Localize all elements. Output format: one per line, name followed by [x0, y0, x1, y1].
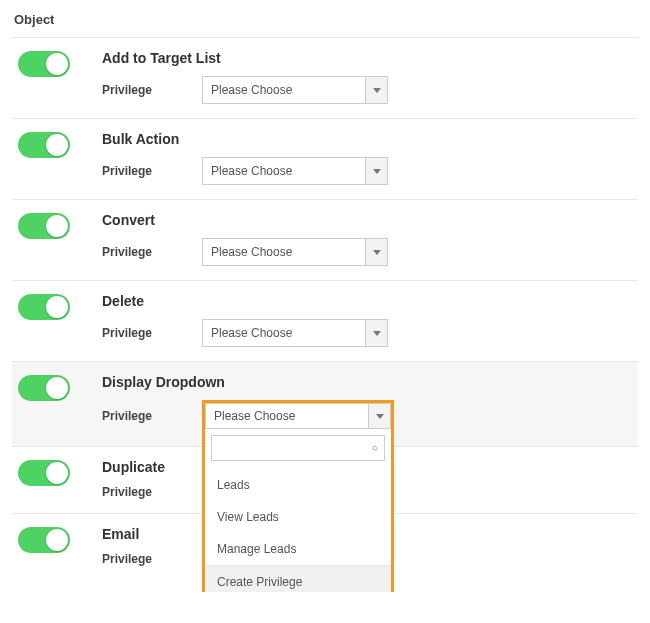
privilege-select[interactable]: Please Choose	[202, 319, 388, 347]
chevron-down-icon	[365, 158, 387, 184]
permission-title: Delete	[102, 293, 632, 309]
privilege-dropdown-panel: Leads View Leads Manage Leads Create Pri…	[202, 429, 394, 592]
permission-row-delete: Delete Privilege Please Choose	[12, 280, 638, 361]
permission-title: Add to Target List	[102, 50, 632, 66]
permission-title: Display Dropdown	[102, 374, 632, 390]
dropdown-option-view-leads[interactable]: View Leads	[205, 501, 391, 533]
privilege-label: Privilege	[102, 326, 202, 340]
dropdown-search-input[interactable]	[218, 436, 372, 460]
dropdown-option-leads[interactable]: Leads	[205, 469, 391, 501]
select-value: Please Choose	[203, 245, 365, 259]
privilege-select[interactable]: Please Choose	[202, 238, 388, 266]
select-value: Please Choose	[203, 83, 365, 97]
toggle-switch[interactable]	[18, 375, 70, 401]
dropdown-search[interactable]	[211, 435, 385, 461]
toggle-switch[interactable]	[18, 294, 70, 320]
toggle-switch[interactable]	[18, 213, 70, 239]
svg-line-1	[376, 449, 378, 451]
privilege-select[interactable]: Please Choose	[205, 403, 391, 429]
dropdown-create-privilege[interactable]: Create Privilege	[205, 565, 391, 592]
privilege-label: Privilege	[102, 552, 202, 566]
privilege-label: Privilege	[102, 245, 202, 259]
toggle-switch[interactable]	[18, 527, 70, 553]
permission-title: Bulk Action	[102, 131, 632, 147]
permission-row-bulk-action: Bulk Action Privilege Please Choose	[12, 118, 638, 199]
permission-row-add-to-target-list: Add to Target List Privilege Please Choo…	[12, 37, 638, 118]
privilege-select[interactable]: Please Choose	[202, 157, 388, 185]
permission-row-convert: Convert Privilege Please Choose	[12, 199, 638, 280]
section-header: Object	[12, 12, 638, 37]
privilege-label: Privilege	[102, 83, 202, 97]
svg-point-0	[373, 446, 377, 450]
select-value: Please Choose	[206, 409, 368, 423]
privilege-label: Privilege	[102, 409, 202, 423]
chevron-down-icon	[365, 320, 387, 346]
privilege-select-open-highlight: Please Choose Leads V	[202, 400, 394, 432]
select-value: Please Choose	[203, 164, 365, 178]
toggle-switch[interactable]	[18, 132, 70, 158]
toggle-switch[interactable]	[18, 51, 70, 77]
permission-title: Convert	[102, 212, 632, 228]
select-value: Please Choose	[203, 326, 365, 340]
chevron-down-icon	[365, 239, 387, 265]
privilege-select[interactable]: Please Choose	[202, 76, 388, 104]
chevron-down-icon	[368, 404, 390, 428]
dropdown-option-manage-leads[interactable]: Manage Leads	[205, 533, 391, 565]
chevron-down-icon	[365, 77, 387, 103]
privilege-label: Privilege	[102, 164, 202, 178]
privilege-label: Privilege	[102, 485, 202, 499]
search-icon	[372, 442, 378, 455]
permission-row-display-dropdown: Display Dropdown Privilege Please Choose	[12, 361, 638, 446]
toggle-switch[interactable]	[18, 460, 70, 486]
